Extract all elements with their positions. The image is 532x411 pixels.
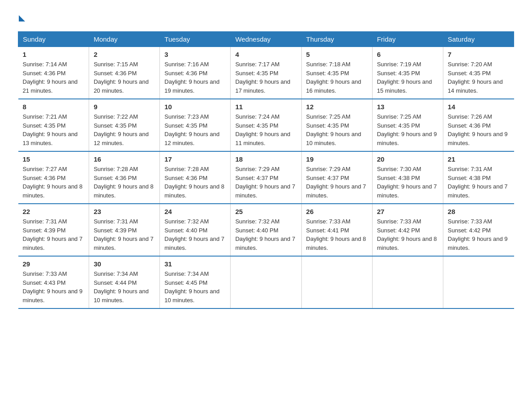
- page-header: [18, 13, 514, 22]
- calendar-cell: 5 Sunrise: 7:18 AMSunset: 4:35 PMDayligh…: [301, 47, 372, 99]
- day-info: Sunrise: 7:24 AMSunset: 4:35 PMDaylight:…: [235, 113, 290, 146]
- calendar-cell: 16 Sunrise: 7:28 AMSunset: 4:36 PMDaylig…: [89, 151, 160, 204]
- day-number: 12: [306, 103, 368, 111]
- calendar-cell: 7 Sunrise: 7:20 AMSunset: 4:35 PMDayligh…: [443, 47, 514, 99]
- day-number: 14: [448, 103, 510, 111]
- logo-arrow-icon: [19, 15, 25, 21]
- calendar-cell: 3 Sunrise: 7:16 AMSunset: 4:36 PMDayligh…: [160, 47, 231, 99]
- day-info: Sunrise: 7:27 AMSunset: 4:36 PMDaylight:…: [23, 166, 83, 199]
- day-info: Sunrise: 7:17 AMSunset: 4:35 PMDaylight:…: [235, 61, 290, 94]
- calendar-cell: 31 Sunrise: 7:34 AMSunset: 4:45 PMDaylig…: [160, 256, 231, 308]
- day-number: 1: [23, 51, 85, 58]
- day-number: 20: [377, 155, 438, 163]
- day-number: 13: [377, 103, 438, 111]
- day-number: 10: [164, 103, 226, 111]
- week-row-1: 1 Sunrise: 7:14 AMSunset: 4:36 PMDayligh…: [18, 47, 514, 99]
- header-wednesday: Wednesday: [231, 32, 301, 47]
- calendar-cell: 27 Sunrise: 7:33 AMSunset: 4:42 PMDaylig…: [372, 204, 443, 256]
- day-number: 2: [94, 51, 155, 58]
- calendar-cell: 2 Sunrise: 7:15 AMSunset: 4:36 PMDayligh…: [89, 47, 160, 99]
- day-number: 18: [235, 155, 296, 163]
- header-sunday: Sunday: [18, 32, 89, 47]
- day-number: 26: [306, 208, 368, 215]
- day-info: Sunrise: 7:18 AMSunset: 4:35 PMDaylight:…: [306, 61, 361, 94]
- logo: [18, 13, 25, 22]
- calendar-cell: 9 Sunrise: 7:22 AMSunset: 4:35 PMDayligh…: [89, 99, 160, 151]
- calendar-cell: 12 Sunrise: 7:25 AMSunset: 4:35 PMDaylig…: [301, 99, 372, 151]
- day-info: Sunrise: 7:32 AMSunset: 4:40 PMDaylight:…: [235, 218, 295, 251]
- day-info: Sunrise: 7:19 AMSunset: 4:35 PMDaylight:…: [377, 61, 432, 94]
- calendar-cell: 26 Sunrise: 7:33 AMSunset: 4:41 PMDaylig…: [301, 204, 372, 256]
- day-info: Sunrise: 7:34 AMSunset: 4:45 PMDaylight:…: [164, 270, 219, 304]
- day-number: 24: [164, 208, 226, 215]
- calendar-cell: 23 Sunrise: 7:31 AMSunset: 4:39 PMDaylig…: [89, 204, 160, 256]
- day-info: Sunrise: 7:29 AMSunset: 4:37 PMDaylight:…: [306, 166, 366, 199]
- day-info: Sunrise: 7:22 AMSunset: 4:35 PMDaylight:…: [94, 113, 149, 146]
- calendar-table: SundayMondayTuesdayWednesdayThursdayFrid…: [18, 31, 514, 309]
- day-info: Sunrise: 7:33 AMSunset: 4:42 PMDaylight:…: [448, 218, 508, 251]
- calendar-cell: [301, 256, 372, 308]
- calendar-cell: 29 Sunrise: 7:33 AMSunset: 4:43 PMDaylig…: [18, 256, 89, 308]
- day-number: 11: [235, 103, 296, 111]
- calendar-cell: 6 Sunrise: 7:19 AMSunset: 4:35 PMDayligh…: [372, 47, 443, 99]
- weekday-row: SundayMondayTuesdayWednesdayThursdayFrid…: [18, 32, 514, 47]
- day-number: 3: [164, 51, 226, 58]
- day-info: Sunrise: 7:15 AMSunset: 4:36 PMDaylight:…: [94, 61, 149, 94]
- day-info: Sunrise: 7:20 AMSunset: 4:35 PMDaylight:…: [448, 61, 503, 94]
- day-info: Sunrise: 7:16 AMSunset: 4:36 PMDaylight:…: [164, 61, 219, 94]
- calendar-cell: 24 Sunrise: 7:32 AMSunset: 4:40 PMDaylig…: [160, 204, 231, 256]
- day-info: Sunrise: 7:28 AMSunset: 4:36 PMDaylight:…: [94, 166, 154, 199]
- header-thursday: Thursday: [301, 32, 372, 47]
- calendar-cell: 14 Sunrise: 7:26 AMSunset: 4:36 PMDaylig…: [443, 99, 514, 151]
- day-number: 29: [23, 260, 85, 268]
- day-info: Sunrise: 7:25 AMSunset: 4:35 PMDaylight:…: [306, 113, 361, 146]
- calendar-cell: 1 Sunrise: 7:14 AMSunset: 4:36 PMDayligh…: [18, 47, 89, 99]
- calendar-cell: [372, 256, 443, 308]
- day-info: Sunrise: 7:23 AMSunset: 4:35 PMDaylight:…: [164, 113, 219, 146]
- day-info: Sunrise: 7:21 AMSunset: 4:35 PMDaylight:…: [23, 113, 78, 146]
- calendar-cell: 22 Sunrise: 7:31 AMSunset: 4:39 PMDaylig…: [18, 204, 89, 256]
- day-number: 9: [94, 103, 155, 111]
- calendar-header: SundayMondayTuesdayWednesdayThursdayFrid…: [18, 32, 514, 47]
- day-number: 8: [23, 103, 85, 111]
- calendar-cell: 25 Sunrise: 7:32 AMSunset: 4:40 PMDaylig…: [231, 204, 301, 256]
- day-number: 4: [235, 51, 296, 58]
- day-number: 5: [306, 51, 368, 58]
- calendar-body: 1 Sunrise: 7:14 AMSunset: 4:36 PMDayligh…: [18, 47, 514, 309]
- day-info: Sunrise: 7:33 AMSunset: 4:43 PMDaylight:…: [23, 270, 83, 304]
- header-saturday: Saturday: [443, 32, 514, 47]
- day-info: Sunrise: 7:34 AMSunset: 4:44 PMDaylight:…: [94, 270, 149, 304]
- calendar-cell: 20 Sunrise: 7:30 AMSunset: 4:38 PMDaylig…: [372, 151, 443, 204]
- calendar-cell: 13 Sunrise: 7:25 AMSunset: 4:35 PMDaylig…: [372, 99, 443, 151]
- calendar-cell: 19 Sunrise: 7:29 AMSunset: 4:37 PMDaylig…: [301, 151, 372, 204]
- calendar-cell: 21 Sunrise: 7:31 AMSunset: 4:38 PMDaylig…: [443, 151, 514, 204]
- day-number: 25: [235, 208, 296, 215]
- calendar-cell: [231, 256, 301, 308]
- day-info: Sunrise: 7:14 AMSunset: 4:36 PMDaylight:…: [23, 61, 78, 94]
- calendar-cell: 10 Sunrise: 7:23 AMSunset: 4:35 PMDaylig…: [160, 99, 231, 151]
- calendar-cell: 30 Sunrise: 7:34 AMSunset: 4:44 PMDaylig…: [89, 256, 160, 308]
- day-info: Sunrise: 7:28 AMSunset: 4:36 PMDaylight:…: [164, 166, 224, 199]
- day-number: 6: [377, 51, 438, 58]
- day-number: 31: [164, 260, 226, 268]
- day-info: Sunrise: 7:25 AMSunset: 4:35 PMDaylight:…: [377, 113, 437, 146]
- day-number: 16: [94, 155, 155, 163]
- day-number: 28: [448, 208, 510, 215]
- week-row-5: 29 Sunrise: 7:33 AMSunset: 4:43 PMDaylig…: [18, 256, 514, 308]
- calendar-cell: 18 Sunrise: 7:29 AMSunset: 4:37 PMDaylig…: [231, 151, 301, 204]
- day-info: Sunrise: 7:29 AMSunset: 4:37 PMDaylight:…: [235, 166, 295, 199]
- day-info: Sunrise: 7:33 AMSunset: 4:42 PMDaylight:…: [377, 218, 437, 251]
- header-tuesday: Tuesday: [160, 32, 231, 47]
- calendar-cell: 11 Sunrise: 7:24 AMSunset: 4:35 PMDaylig…: [231, 99, 301, 151]
- day-number: 23: [94, 208, 155, 215]
- day-info: Sunrise: 7:30 AMSunset: 4:38 PMDaylight:…: [377, 166, 437, 199]
- calendar-cell: 28 Sunrise: 7:33 AMSunset: 4:42 PMDaylig…: [443, 204, 514, 256]
- calendar-cell: 8 Sunrise: 7:21 AMSunset: 4:35 PMDayligh…: [18, 99, 89, 151]
- calendar-cell: 4 Sunrise: 7:17 AMSunset: 4:35 PMDayligh…: [231, 47, 301, 99]
- day-info: Sunrise: 7:31 AMSunset: 4:38 PMDaylight:…: [448, 166, 508, 199]
- week-row-2: 8 Sunrise: 7:21 AMSunset: 4:35 PMDayligh…: [18, 99, 514, 151]
- calendar-cell: [443, 256, 514, 308]
- day-info: Sunrise: 7:31 AMSunset: 4:39 PMDaylight:…: [23, 218, 83, 251]
- day-info: Sunrise: 7:33 AMSunset: 4:41 PMDaylight:…: [306, 218, 366, 251]
- day-number: 27: [377, 208, 438, 215]
